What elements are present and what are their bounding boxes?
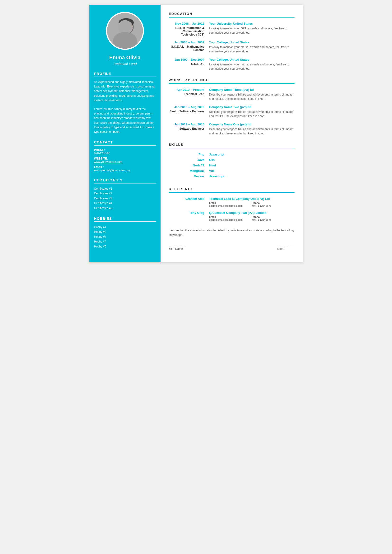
work-role: Senior Software Engineer: [169, 110, 209, 113]
ref-phone-block: Phone +9471 12345678: [252, 215, 294, 221]
ref-phone-value: +9471 12345678: [252, 204, 294, 207]
work-date: Apr 2019 – Present: [169, 88, 209, 91]
skill-left: Java: [169, 158, 209, 164]
website-label: WEBSITE:: [94, 157, 156, 160]
education-item: Nov 2008 – Jul 2012 BSc. in Information …: [169, 22, 294, 36]
phone-value: 678-123-586: [94, 152, 156, 155]
list-item: Hobby #2: [94, 229, 156, 234]
work-experience-section: WORK EXPERIENCE Apr 2019 – Present Techn…: [169, 78, 294, 136]
svg-point-4: [119, 18, 134, 27]
edu-degree: BSc. in Information & Communication Tech…: [169, 26, 209, 36]
candidate-name: Emma Olivia: [109, 55, 140, 61]
ref-title: Technical Lead at Company One (Pvt) Ltd: [209, 197, 294, 201]
skills-grid: Php Javascript Java Css NodeJS Html Mong…: [169, 153, 294, 180]
work-item: Apr 2019 – Present Technical Lead Compan…: [169, 88, 294, 101]
email-value[interactable]: examplemail@example.com: [94, 169, 156, 172]
work-details: Company Name One (pvt) ltd Describe your…: [209, 123, 294, 136]
edu-desc: It's okay to mention your marks, awards …: [209, 62, 294, 71]
list-item: Certificates #5: [94, 206, 156, 210]
declaration-section: I assure that the above information furn…: [169, 228, 294, 251]
work-item: Jan 2015 – Aug 2019 Senior Software Engi…: [169, 105, 294, 118]
skill-left: NodeJS: [169, 164, 209, 169]
ref-contact: Email examplemail @example.com Phone +94…: [209, 201, 294, 207]
ref-email-label: Email: [209, 215, 252, 218]
edu-school: Your College, United States: [209, 41, 294, 44]
list-item: Certificates #4: [94, 201, 156, 206]
phone-label: PHONE:: [94, 148, 156, 152]
education-item: Jan 1990 – Dec 2004 G.C.E O/L Your Colle…: [169, 58, 294, 71]
work-date: Jan 2012 – Aug 2015: [169, 123, 209, 126]
svg-point-5: [119, 21, 133, 34]
work-desc: Describe your responsibilities and achie…: [209, 127, 294, 136]
skill-left: MongoDB: [169, 169, 209, 174]
skill-right: Html: [209, 164, 294, 169]
certificates-heading: CERTIFICATES: [94, 178, 156, 183]
skill-right: Vue: [209, 169, 294, 174]
sidebar: Emma Olivia Technical Lead PROFILE An ex…: [89, 5, 161, 262]
list-item: Certificates #2: [94, 191, 156, 196]
edu-date: Jan 1990 – Dec 2004: [169, 58, 209, 61]
reference-item: Tony Greg QA Lead at Company Two (Pvt) L…: [169, 211, 294, 221]
list-item: Hobby #1: [94, 225, 156, 229]
work-details: Company Name Two (pvt) ltd Describe your…: [209, 105, 294, 118]
edu-degree: G.C.E A/L – Mathematics Scheme: [169, 45, 209, 52]
signature-right: ……………… Date: [277, 242, 294, 251]
skills-heading: SKILLS: [169, 143, 294, 148]
edu-school: Your University, United States: [209, 22, 294, 25]
work-item: Jan 2012 – Aug 2015 Software Engineer Co…: [169, 123, 294, 136]
signature-row: ……………… Your Name ……………… Date: [169, 242, 294, 251]
profile-text-2: Lorem Ipsum is simply dummy text of the …: [94, 107, 156, 134]
main-content: EDUCATION Nov 2008 – Jul 2012 BSc. in In…: [161, 5, 303, 262]
ref-email-label: Email: [209, 201, 252, 204]
list-item: Hobby #4: [94, 239, 156, 244]
skills-section: SKILLS Php Javascript Java Css NodeJS Ht…: [169, 143, 294, 180]
list-item: Certificates #3: [94, 196, 156, 201]
ref-name: Graham Alex: [169, 197, 209, 207]
certificates-section: CERTIFICATES Certificates #1 Certificate…: [94, 178, 156, 210]
edu-details: Your College, United States It's okay to…: [209, 58, 294, 71]
profile-heading: PROFILE: [94, 72, 156, 77]
reference-heading: REFERENCE: [169, 187, 294, 193]
skill-right: Css: [209, 158, 294, 164]
ref-email-block: Email examplemail @example.com: [209, 201, 252, 207]
list-item: Hobby #5: [94, 244, 156, 249]
declaration-text: I assure that the above information furn…: [169, 228, 294, 237]
work-company: Company Name Two (pvt) ltd: [209, 105, 294, 109]
svg-rect-7: [128, 26, 132, 29]
edu-desc: It's okay to mention your marks, awards …: [209, 45, 294, 54]
email-label: EMAIL:: [94, 166, 156, 169]
ref-phone-value: +9471 12345678: [252, 218, 294, 221]
contact-section: CONTACT PHONE: 678-123-586 WEBSITE: www.…: [94, 140, 156, 172]
website-value[interactable]: www.yourwebsite.com: [94, 160, 156, 164]
edu-details: Your College, United States It's okay to…: [209, 41, 294, 54]
avatar: [106, 12, 144, 50]
skill-right: Javascript: [209, 153, 294, 158]
signature-left: ……………… Your Name: [169, 242, 186, 251]
candidate-title: Technical Lead: [113, 62, 137, 66]
reference-section: REFERENCE Graham Alex Technical Lead at …: [169, 187, 294, 221]
ref-details: QA Lead at Company Two (Pvt) Limited Ema…: [209, 211, 294, 221]
work-desc: Describe your responsibilities and achie…: [209, 92, 294, 101]
education-item: Jan 2005 – Aug 2007 G.C.E A/L – Mathemat…: [169, 41, 294, 54]
profile-text-1: An experienced and highly-motivated Tech…: [94, 80, 156, 103]
resume-container: Emma Olivia Technical Lead PROFILE An ex…: [89, 5, 303, 262]
work-date: Jan 2015 – Aug 2019: [169, 105, 209, 109]
date-label: Date: [277, 247, 294, 251]
ref-phone-label: Phone: [252, 201, 294, 204]
edu-details: Your University, United States It's okay…: [209, 22, 294, 36]
edu-degree: G.C.E O/L: [169, 62, 209, 66]
hobbies-heading: HOBBIES: [94, 216, 156, 222]
your-name-label: Your Name: [169, 247, 186, 251]
skill-right: Javascript: [209, 174, 294, 180]
certificates-list: Certificates #1 Certificates #2 Certific…: [94, 186, 156, 210]
work-role: Software Engineer: [169, 127, 209, 130]
ref-contact: Email examplemail @example.com Phone +94…: [209, 215, 294, 221]
education-heading: EDUCATION: [169, 12, 294, 18]
list-item: Hobby #3: [94, 235, 156, 239]
svg-point-3: [113, 38, 139, 48]
work-experience-heading: WORK EXPERIENCE: [169, 78, 294, 84]
hobbies-list: Hobby #1 Hobby #2 Hobby #3 Hobby #4 Hobb…: [94, 225, 156, 249]
skill-left: Docker: [169, 174, 209, 180]
ref-name: Tony Greg: [169, 211, 209, 221]
work-role: Technical Lead: [169, 92, 209, 96]
